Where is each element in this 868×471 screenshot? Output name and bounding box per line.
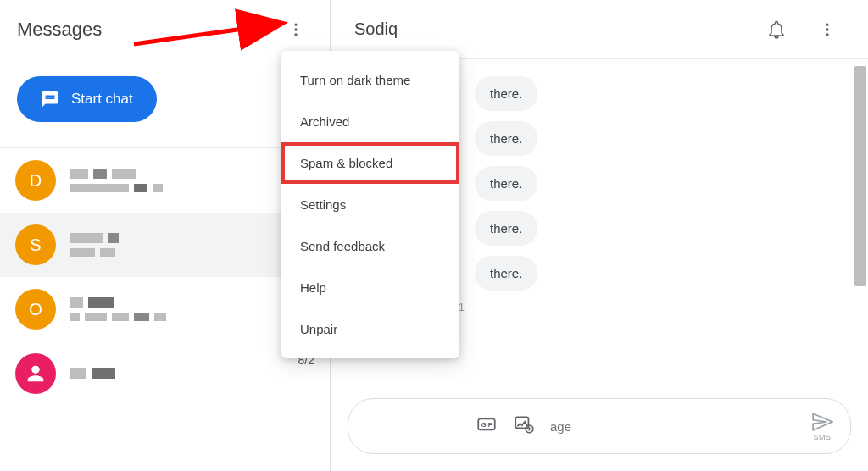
start-chat-button[interactable]: Start chat bbox=[17, 76, 157, 122]
date-stamp: /21 bbox=[449, 301, 834, 313]
avatar: O bbox=[15, 289, 56, 330]
bell-icon bbox=[766, 19, 787, 40]
notifications-button[interactable] bbox=[760, 13, 793, 47]
menu-item-dark-theme[interactable]: Turn on dark theme bbox=[281, 59, 459, 101]
menu-item-unpair[interactable]: Unpair bbox=[281, 308, 459, 350]
gif-button[interactable]: GIF bbox=[476, 413, 498, 439]
svg-text:GIF: GIF bbox=[481, 421, 492, 429]
gif-icon: GIF bbox=[476, 413, 498, 435]
conversation-list: D 8/3 S 8/3 O bbox=[0, 148, 330, 471]
svg-point-1 bbox=[294, 28, 297, 30]
send-label: SMS bbox=[813, 433, 831, 441]
conversation-preview bbox=[70, 233, 314, 257]
message-bubble: there. bbox=[475, 256, 537, 291]
svg-point-3 bbox=[826, 23, 828, 25]
conversation-more-button[interactable] bbox=[810, 13, 844, 47]
image-attach-icon bbox=[513, 413, 535, 435]
conversation-preview bbox=[70, 169, 314, 192]
menu-item-spam-blocked[interactable]: Spam & blocked bbox=[281, 142, 459, 184]
conversation-item[interactable]: D 8/3 bbox=[0, 148, 330, 213]
person-icon bbox=[24, 362, 47, 385]
overflow-menu: Turn on dark theme Archived Spam & block… bbox=[281, 51, 459, 358]
messages-title: Messages bbox=[17, 19, 102, 41]
menu-item-help[interactable]: Help bbox=[281, 267, 459, 308]
svg-point-0 bbox=[294, 24, 297, 26]
conversation-preview bbox=[70, 368, 314, 379]
message-bubble: there. bbox=[475, 166, 537, 201]
header-actions bbox=[760, 13, 844, 47]
more-vert-icon bbox=[819, 21, 836, 38]
message-bubble: there. bbox=[475, 211, 537, 246]
conversation-item[interactable]: O 8/2 bbox=[0, 277, 330, 341]
menu-item-archived[interactable]: Archived bbox=[281, 101, 459, 142]
avatar: D bbox=[15, 160, 56, 201]
message-bubble: there. bbox=[475, 76, 537, 111]
chat-icon bbox=[41, 90, 59, 108]
svg-point-5 bbox=[826, 33, 828, 36]
start-chat-label: Start chat bbox=[71, 91, 133, 108]
conversation-preview bbox=[70, 297, 314, 321]
conversation-item[interactable]: S 8/3 bbox=[0, 213, 330, 277]
message-bubble: there. bbox=[475, 121, 537, 156]
left-header: Messages bbox=[0, 0, 330, 59]
more-vert-icon bbox=[287, 21, 304, 38]
send-icon bbox=[811, 411, 833, 433]
send-button[interactable]: SMS bbox=[811, 411, 833, 441]
compose-bar[interactable]: GIF SMS bbox=[348, 398, 851, 454]
svg-point-4 bbox=[826, 28, 828, 30]
menu-item-settings[interactable]: Settings bbox=[281, 184, 459, 225]
svg-point-2 bbox=[294, 33, 297, 36]
conversation-item[interactable]: 8/2 bbox=[0, 341, 330, 406]
avatar bbox=[15, 353, 56, 394]
avatar: S bbox=[15, 224, 56, 265]
scrollbar[interactable] bbox=[854, 66, 866, 286]
menu-item-send-feedback[interactable]: Send feedback bbox=[281, 225, 459, 267]
attach-image-button[interactable] bbox=[513, 413, 535, 439]
more-menu-button[interactable] bbox=[279, 13, 313, 47]
compose-input[interactable] bbox=[550, 419, 796, 434]
contact-name: Sodiq bbox=[354, 19, 398, 39]
